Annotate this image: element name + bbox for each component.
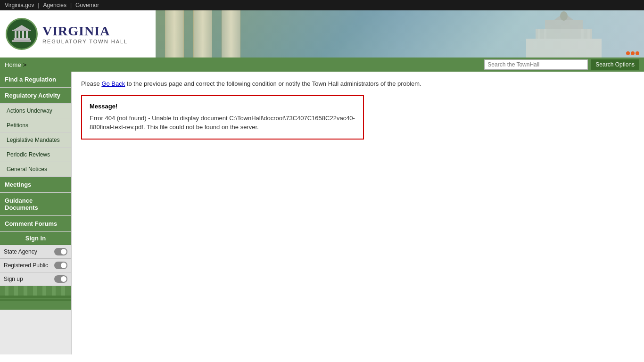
virginia-gov-link[interactable]: Virginia.gov — [5, 2, 34, 8]
home-link[interactable]: Home — [5, 61, 21, 68]
header: Virginia Regulatory Town Hall — [0, 10, 644, 58]
sidebar: Find a Regulation Regulatory Activity Ac… — [0, 72, 72, 354]
separator2: | — [70, 2, 72, 8]
intro-prefix: Please — [81, 80, 100, 87]
svg-rect-25 — [61, 286, 65, 296]
sidebar-item-guidance-documents[interactable]: Guidance Documents — [0, 193, 71, 216]
governor-link[interactable]: Governor — [75, 2, 99, 8]
svg-rect-15 — [581, 29, 584, 39]
svg-rect-19 — [5, 286, 8, 296]
error-title: Message! — [90, 103, 355, 110]
logo-text: Virginia Regulatory Town Hall — [42, 24, 128, 44]
registered-public-toggle[interactable] — [54, 262, 67, 269]
svg-rect-20 — [14, 286, 18, 296]
svg-rect-10 — [545, 20, 583, 29]
sidebar-item-regulatory-activity[interactable]: Regulatory Activity — [0, 88, 71, 104]
svg-rect-1 — [14, 38, 30, 40]
error-message: Error 404 (not found) - Unable to displa… — [90, 114, 355, 132]
logo-area: Virginia Regulatory Town Hall — [0, 10, 156, 58]
svg-rect-8 — [526, 39, 602, 58]
logo-icon — [6, 18, 38, 50]
registered-public-row: Registered Public — [0, 259, 71, 272]
header-image — [156, 10, 644, 58]
svg-rect-2 — [15, 31, 17, 38]
sign-up-toggle[interactable] — [54, 275, 67, 283]
sidebar-item-general-notices[interactable]: General Notices — [0, 162, 71, 177]
svg-rect-22 — [33, 286, 37, 296]
sidebar-item-find-regulation[interactable]: Find a Regulation — [0, 72, 71, 88]
registered-public-label: Registered Public — [4, 262, 48, 269]
svg-rect-16 — [587, 29, 590, 39]
top-bar: Virginia.gov | Agencies | Governor — [0, 0, 644, 10]
search-area: Search Options — [484, 59, 639, 70]
svg-rect-7 — [12, 30, 31, 31]
logo-subtitle: Regulatory Town Hall — [42, 39, 128, 44]
search-button[interactable]: Search Options — [591, 59, 639, 70]
breadcrumb-separator: > — [23, 61, 27, 68]
sidebar-item-legislative-mandates[interactable]: Legislative Mandates — [0, 133, 71, 148]
nav-left: Home > — [5, 61, 26, 68]
state-agency-row: State Agency — [0, 245, 71, 259]
nav-bar: Home > Search Options — [0, 58, 644, 72]
svg-rect-24 — [52, 286, 56, 296]
sidebar-item-actions-underway[interactable]: Actions Underway — [0, 104, 71, 118]
state-agency-label: State Agency — [4, 248, 37, 255]
svg-rect-18 — [0, 299, 71, 301]
svg-rect-3 — [18, 31, 20, 38]
logo-title: Virginia — [42, 24, 128, 39]
sidebar-item-meetings[interactable]: Meetings — [0, 177, 71, 193]
agencies-link[interactable]: Agencies — [43, 2, 66, 8]
svg-rect-14 — [544, 29, 546, 39]
sidebar-item-petitions[interactable]: Petitions — [0, 118, 71, 133]
svg-rect-23 — [42, 286, 46, 296]
svg-rect-4 — [22, 31, 24, 38]
intro-text: Please Go Back to the previous page and … — [81, 79, 635, 89]
intro-suffix: to the previous page and correct the fol… — [127, 80, 421, 87]
svg-rect-17 — [0, 296, 71, 298]
sidebar-item-periodic-reviews[interactable]: Periodic Reviews — [0, 148, 71, 162]
go-back-link[interactable]: Go Back — [101, 80, 125, 87]
search-input[interactable] — [484, 59, 588, 70]
svg-rect-5 — [26, 31, 28, 38]
main-layout: Find a Regulation Regulatory Activity Ac… — [0, 72, 644, 354]
sign-up-row: Sign up — [0, 272, 71, 286]
sign-up-label: Sign up — [4, 276, 23, 282]
error-box: Message! Error 404 (not found) - Unable … — [81, 95, 364, 140]
state-agency-toggle[interactable] — [54, 248, 67, 255]
svg-rect-0 — [12, 40, 31, 42]
svg-point-12 — [560, 11, 568, 21]
content: Please Go Back to the previous page and … — [72, 72, 644, 354]
sign-in-bar: Sign in — [0, 232, 71, 245]
svg-rect-21 — [24, 286, 27, 296]
separator: | — [38, 2, 39, 8]
sidebar-item-comment-forums[interactable]: Comment Forums — [0, 216, 71, 232]
svg-rect-13 — [538, 29, 540, 39]
